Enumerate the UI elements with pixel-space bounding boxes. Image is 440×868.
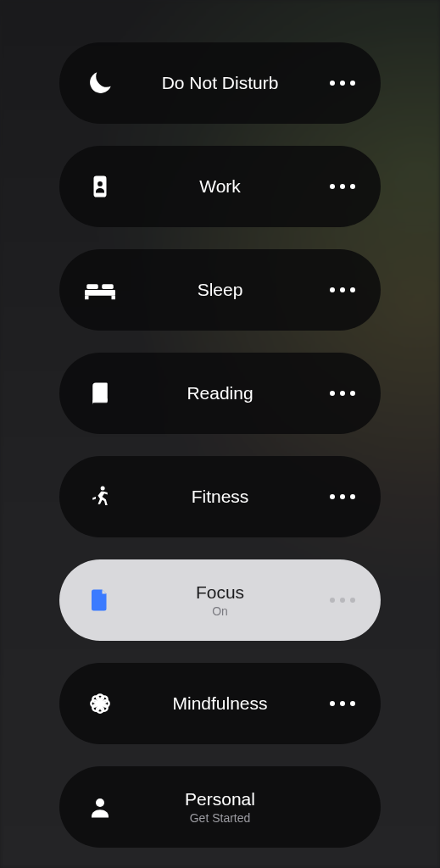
focus-mode-reading[interactable]: Reading xyxy=(59,353,381,434)
focus-mode-labels: Personal Get Started xyxy=(119,789,321,825)
focus-mode-labels: Fitness xyxy=(119,487,321,507)
focus-mode-fitness[interactable]: Fitness xyxy=(59,456,381,537)
svg-point-7 xyxy=(101,487,105,491)
svg-rect-4 xyxy=(85,290,115,296)
more-button[interactable] xyxy=(321,598,355,603)
focus-mode-dnd[interactable]: Do Not Disturb xyxy=(59,42,381,124)
svg-point-13 xyxy=(92,696,99,703)
svg-point-16 xyxy=(101,704,108,711)
svg-point-17 xyxy=(96,798,104,807)
person-icon xyxy=(81,788,119,826)
focus-mode-label: Mindfulness xyxy=(172,693,267,714)
focus-mode-mindfulness[interactable]: Mindfulness xyxy=(59,663,381,744)
focus-mode-label: Do Not Disturb xyxy=(162,73,279,93)
focus-mode-label: Personal xyxy=(185,789,255,810)
more-button[interactable] xyxy=(321,184,355,189)
more-button[interactable] xyxy=(321,701,355,706)
bed-icon xyxy=(81,271,119,309)
focus-mode-labels: Reading xyxy=(119,383,321,403)
svg-point-14 xyxy=(101,696,108,703)
document-icon xyxy=(81,581,119,619)
focus-mode-labels: Focus On xyxy=(119,582,321,618)
more-button[interactable] xyxy=(321,287,355,292)
focus-mode-labels: Work xyxy=(119,176,321,197)
svg-rect-0 xyxy=(94,176,107,198)
svg-rect-2 xyxy=(86,284,98,289)
svg-point-1 xyxy=(97,181,103,186)
focus-mode-labels: Sleep xyxy=(119,280,321,300)
focus-mode-personal[interactable]: Personal Get Started xyxy=(59,766,381,848)
focus-mode-work[interactable]: Work xyxy=(59,146,381,227)
more-button[interactable] xyxy=(321,391,355,396)
svg-point-15 xyxy=(92,704,99,711)
more-button[interactable] xyxy=(321,81,355,86)
svg-rect-6 xyxy=(112,296,116,300)
focus-mode-label: Reading xyxy=(187,383,253,403)
focus-mode-sublabel: Get Started xyxy=(190,811,251,825)
focus-mode-sleep[interactable]: Sleep xyxy=(59,249,381,331)
book-icon xyxy=(81,375,119,412)
flower-icon xyxy=(81,685,119,722)
moon-icon xyxy=(81,64,119,102)
focus-mode-labels: Mindfulness xyxy=(119,693,321,714)
svg-rect-5 xyxy=(85,296,89,300)
focus-mode-label: Fitness xyxy=(192,487,249,507)
focus-mode-list: Do Not Disturb Work Sleep xyxy=(0,0,440,848)
svg-rect-3 xyxy=(102,284,114,289)
badge-icon xyxy=(81,168,119,205)
focus-mode-labels: Do Not Disturb xyxy=(119,73,321,93)
more-button[interactable] xyxy=(321,494,355,499)
focus-mode-sublabel: On xyxy=(212,604,228,618)
focus-mode-label: Sleep xyxy=(198,280,243,300)
focus-mode-label: Focus xyxy=(196,582,244,603)
runner-icon xyxy=(81,478,119,515)
focus-mode-focus[interactable]: Focus On xyxy=(59,559,381,641)
focus-mode-label: Work xyxy=(199,176,241,197)
